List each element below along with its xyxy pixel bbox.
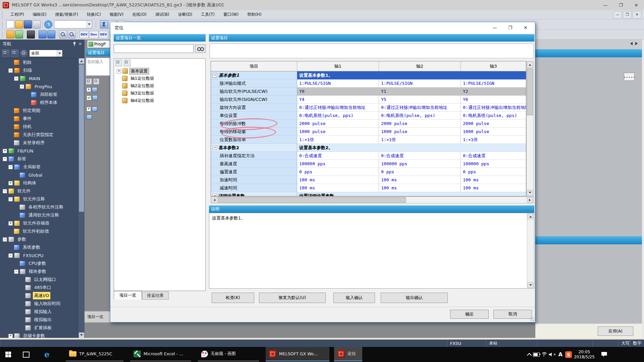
save-project-icon[interactable] bbox=[24, 20, 32, 28]
nav-tree-item[interactable]: 无执行类型指定 bbox=[0, 131, 78, 139]
close-panel-icon[interactable]: ✕ bbox=[78, 42, 82, 46]
expand-toggle-icon[interactable]: − bbox=[8, 165, 13, 169]
value-cell-axis3[interactable]: 100 ms bbox=[461, 184, 526, 192]
value-cell-axis2[interactable]: 0 pps bbox=[379, 168, 461, 176]
row-label-cell[interactable]: 位置数据倍率 bbox=[211, 136, 297, 144]
value-cell-axis1[interactable]: 100000 pps bbox=[297, 160, 379, 168]
value-cell-axis1[interactable]: 1:PULSE/SIGN bbox=[297, 79, 379, 87]
ime-indicator[interactable]: A bbox=[557, 347, 564, 362]
row-label-cell[interactable]: 旋转方向设置 bbox=[211, 104, 297, 112]
value-cell-axis2[interactable]: 0:通过正转脉冲输出增加当前地址 bbox=[379, 104, 461, 112]
nav-tree-item[interactable]: 通用软元件注释 bbox=[0, 211, 78, 219]
menu-item-3[interactable]: 转换(C) bbox=[83, 10, 105, 19]
checked-icon[interactable] bbox=[87, 96, 91, 100]
value-cell-axis2[interactable]: 0:合成速度 bbox=[379, 152, 461, 160]
cpu-module-icon[interactable] bbox=[27, 31, 35, 39]
expand-toggle-icon[interactable]: − bbox=[14, 76, 18, 81]
nav-tree-item[interactable]: +FB/FUN bbox=[0, 147, 78, 155]
collapse-tree-icon[interactable] bbox=[2, 50, 9, 57]
toolbar-grip[interactable] bbox=[2, 32, 4, 38]
navigation-scrollbar[interactable] bbox=[78, 58, 85, 338]
dialog-title-bar[interactable]: 定位 bbox=[110, 22, 535, 34]
value-cell-axis2[interactable]: 100000 pps bbox=[379, 160, 461, 168]
help-icon[interactable] bbox=[44, 20, 52, 28]
tab-search-result[interactable]: 搜索结果 bbox=[142, 292, 169, 300]
task-view-button[interactable] bbox=[19, 347, 33, 362]
value-cell-axis1[interactable]: 0 pps bbox=[297, 168, 379, 176]
search-hint-box[interactable]: 在此输入 bbox=[86, 58, 110, 76]
start-button[interactable] bbox=[0, 347, 16, 362]
row-label-cell[interactable]: 每转的脉冲数 bbox=[211, 120, 297, 128]
close-button[interactable]: ✕ bbox=[629, 0, 644, 10]
list-view-icon[interactable] bbox=[47, 31, 55, 39]
taskbar-button-excel[interactable]: Microsoft Excel - ... bbox=[130, 347, 191, 361]
axis-tree-item[interactable]: + bbox=[87, 107, 97, 112]
value-cell-axis3[interactable]: 2000 pulse bbox=[461, 120, 526, 128]
dock-window-icon[interactable] bbox=[6, 31, 14, 39]
nav-tree-item[interactable]: 软元件初始值 bbox=[0, 227, 78, 235]
row-label-cell[interactable]: 输出软元件(PULSE/CW) bbox=[211, 87, 297, 96]
table-horizontal-scrollbar[interactable] bbox=[211, 196, 534, 203]
scroll-down-icon[interactable] bbox=[528, 282, 533, 288]
wifi-indicator[interactable] bbox=[540, 347, 548, 362]
chevron-down-icon[interactable] bbox=[86, 21, 92, 28]
description-scrollbar[interactable] bbox=[527, 213, 534, 288]
nav-tree-item[interactable]: +存储卡参数 bbox=[0, 332, 78, 338]
nav-tree-item[interactable]: 程序本体 bbox=[0, 99, 78, 107]
scroll-right-icon[interactable] bbox=[527, 197, 533, 203]
column-header-2[interactable]: 轴2 bbox=[379, 61, 461, 71]
nav-tree-item[interactable]: −模块参数 bbox=[0, 267, 78, 276]
mdi-restore-button[interactable]: ❐ bbox=[623, 11, 632, 18]
expand-toggle-icon[interactable]: + bbox=[3, 149, 7, 153]
row-label-cell[interactable]: 每转的移动量 bbox=[211, 128, 297, 136]
collapse-all-icon[interactable] bbox=[115, 60, 122, 66]
value-cell-axis3[interactable]: Y6 bbox=[461, 96, 526, 104]
toolbar-grip[interactable] bbox=[2, 21, 4, 27]
nav-tree-item[interactable]: +软元件存储器 bbox=[0, 219, 78, 227]
menu-item-9[interactable]: 窗口(W) bbox=[219, 10, 243, 19]
nav-tree-item[interactable]: −参数 bbox=[0, 235, 78, 243]
collapse-icon[interactable]: − bbox=[213, 194, 217, 196]
volume-indicator[interactable]: ✕ bbox=[548, 347, 557, 362]
value-cell-axis1[interactable]: 2000 pulse bbox=[297, 120, 379, 128]
value-cell-axis1[interactable]: 0:合成速度 bbox=[297, 152, 379, 160]
scrollbar-thumb[interactable] bbox=[218, 197, 406, 203]
value-cell-axis1[interactable]: Y0 bbox=[297, 87, 379, 96]
column-header-1[interactable]: 轴1 bbox=[297, 61, 379, 71]
expand-toggle-icon[interactable]: − bbox=[20, 84, 24, 89]
menu-item-4[interactable]: 视图(V) bbox=[105, 10, 128, 19]
device-display-icon[interactable]: Dev bbox=[89, 31, 98, 38]
nav-tree-item[interactable]: 485串口 bbox=[0, 284, 78, 292]
value-cell-axis3[interactable]: 0:合成速度 bbox=[461, 152, 526, 160]
row-label-cell[interactable]: −基本参数1 bbox=[211, 71, 297, 79]
value-cell-axis1[interactable]: 0:电机系统(pulse, pps) bbox=[297, 112, 379, 120]
taskbar-button-explorer[interactable]: TP_&WK_5225C bbox=[66, 347, 123, 361]
nav-tree-item[interactable]: −MAIN bbox=[0, 74, 78, 82]
battery-indicator[interactable] bbox=[532, 347, 541, 362]
nav-tree-item[interactable]: −软元件注释 bbox=[0, 195, 78, 203]
find-icon[interactable] bbox=[59, 31, 67, 39]
collapse-tree-icon[interactable] bbox=[86, 78, 92, 84]
scroll-down-icon[interactable] bbox=[527, 190, 533, 196]
scroll-up-icon[interactable] bbox=[527, 62, 533, 68]
axis-tree-item[interactable]: + bbox=[87, 87, 97, 92]
toolbar-combobox[interactable] bbox=[54, 20, 92, 28]
value-cell-axis3[interactable]: 0:通过正转脉冲输出增加当前地址 bbox=[461, 104, 526, 112]
setting-tree-item[interactable]: 轴1定位数据 bbox=[114, 75, 205, 82]
group-description-cell[interactable]: 设置基本参数2。 bbox=[297, 144, 526, 152]
dock-window-icon[interactable] bbox=[15, 31, 23, 39]
nav-tree-item[interactable]: 初始 bbox=[0, 58, 78, 66]
expand-toggle-icon[interactable]: + bbox=[8, 334, 13, 338]
ladder-view-icon[interactable] bbox=[39, 31, 47, 39]
menu-item-0[interactable]: 工程(P) bbox=[6, 10, 29, 19]
search-input[interactable] bbox=[114, 44, 194, 53]
minimize-button[interactable]: — bbox=[598, 0, 613, 10]
setting-tree-item[interactable]: 轴3定位数据 bbox=[114, 89, 205, 97]
new-project-icon[interactable] bbox=[6, 20, 14, 28]
value-cell-axis3[interactable]: 100 ms bbox=[461, 176, 526, 184]
axis-tree-item[interactable] bbox=[87, 95, 98, 100]
cut-icon[interactable] bbox=[100, 20, 108, 28]
nav-tree-item[interactable]: +结构体 bbox=[0, 179, 78, 187]
setting-tree-item[interactable]: +基本设置 bbox=[114, 67, 205, 75]
menu-item-1[interactable]: 编辑(E) bbox=[29, 10, 51, 19]
